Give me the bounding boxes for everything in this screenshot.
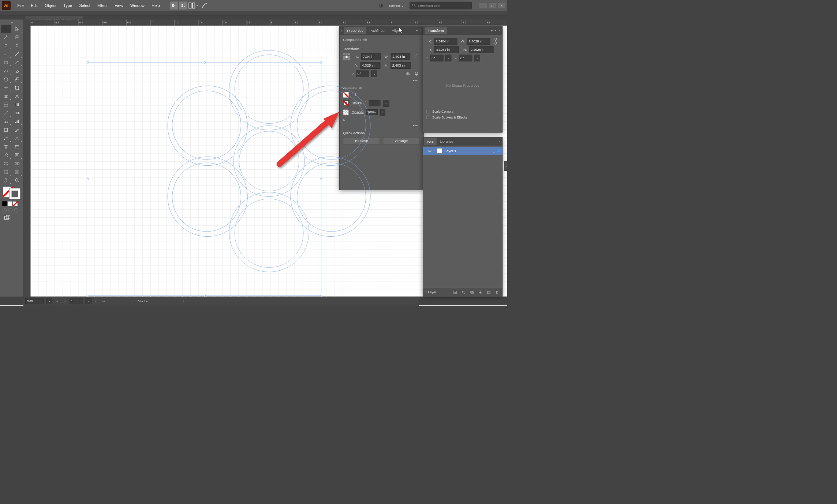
- flip-horizontal-icon[interactable]: [405, 71, 411, 77]
- direct-selection-tool[interactable]: [12, 25, 22, 33]
- visibility-icon[interactable]: [428, 149, 432, 153]
- transform-panel[interactable]: Transform ◂◂ ✕ ≡ X:7.3404 in W:2.4028 in…: [423, 26, 502, 133]
- sync-status-icon[interactable]: ◑: [379, 3, 383, 8]
- draw-normal-icon[interactable]: [3, 208, 7, 212]
- transform-y-input[interactable]: 4.3251 in: [434, 46, 459, 53]
- transform-shear-dropdown[interactable]: ⌄: [474, 55, 480, 61]
- transform-collapse-icon[interactable]: ◂◂: [490, 29, 493, 32]
- gradient-mode-icon[interactable]: [8, 201, 12, 206]
- none-mode-icon[interactable]: [13, 201, 18, 206]
- tab-pathfinder[interactable]: Pathfinder: [366, 27, 389, 34]
- maximize-button[interactable]: ▢: [489, 3, 496, 8]
- line-tool[interactable]: [12, 50, 22, 58]
- blend-tool[interactable]: [12, 109, 22, 117]
- transform-shear-input[interactable]: 0°: [459, 55, 472, 61]
- rectangle-tool[interactable]: [1, 59, 11, 67]
- artboard-tool[interactable]: [1, 126, 11, 134]
- menu-help[interactable]: Help: [149, 2, 163, 9]
- stroke-swatch[interactable]: [9, 188, 20, 199]
- perspective-grid-tool[interactable]: [12, 92, 22, 100]
- transform-w-input[interactable]: 2.4028 in: [467, 38, 490, 45]
- artboard-number-input[interactable]: 1: [70, 298, 83, 304]
- zoom-input[interactable]: 600%: [25, 298, 44, 304]
- horizontal-ruler[interactable]: 66.26.46.66.877.27.47.67.888.28.48.68.89…: [31, 19, 507, 26]
- tab-transform[interactable]: Transform: [425, 27, 447, 34]
- hand-tool[interactable]: [1, 176, 11, 184]
- mesh-tool[interactable]: [1, 101, 11, 109]
- magic-wand-tool[interactable]: [1, 33, 11, 41]
- graph-tool[interactable]: [12, 117, 22, 125]
- menu-effect[interactable]: Effect: [94, 2, 111, 9]
- selection-tool[interactable]: [1, 25, 11, 33]
- transform-menu-icon[interactable]: ≡: [499, 29, 501, 32]
- paintbrush-tool[interactable]: [12, 59, 22, 67]
- symbol-sprayer-tool[interactable]: [1, 117, 11, 125]
- export-layers-icon[interactable]: [452, 289, 458, 295]
- tab-libraries[interactable]: Libraries: [437, 138, 456, 145]
- zoom-tool[interactable]: [12, 176, 22, 184]
- tab-properties[interactable]: Properties: [344, 27, 366, 34]
- layers-panel[interactable]: yers Libraries ≡ › › Layer 1 ◯ 1 Layer: [423, 137, 502, 297]
- anchor-point-tool[interactable]: [12, 134, 22, 142]
- width-tool[interactable]: [1, 84, 11, 92]
- search-input[interactable]: Search Adobe Stock: [410, 2, 472, 10]
- layer-name[interactable]: Layer 1: [445, 149, 456, 153]
- menu-type[interactable]: Type: [60, 2, 75, 9]
- layers-menu-icon[interactable]: ≡: [499, 140, 501, 143]
- target-icon[interactable]: ◯: [493, 150, 495, 153]
- knife-tool[interactable]: [12, 143, 22, 151]
- zoom-dropdown[interactable]: ⌄: [46, 298, 52, 304]
- selected-art-icon[interactable]: [497, 149, 500, 152]
- draw-behind-icon[interactable]: [8, 208, 12, 212]
- menu-view[interactable]: View: [112, 2, 126, 9]
- right-panel-collapse-handle[interactable]: ◂: [504, 161, 507, 171]
- transform-rot-dropdown[interactable]: ⌄: [445, 55, 451, 61]
- expand-icon[interactable]: ›: [434, 150, 435, 152]
- gradient-tool[interactable]: [12, 101, 22, 109]
- status-flyout-icon[interactable]: ▸: [181, 298, 186, 304]
- print-tiling-tool[interactable]: [12, 168, 22, 176]
- place-image-tool[interactable]: [1, 168, 11, 176]
- menu-edit[interactable]: Edit: [28, 2, 41, 9]
- bridge-icon[interactable]: Br: [170, 1, 178, 10]
- shaper-tool[interactable]: [1, 67, 11, 75]
- artboard-dropdown[interactable]: ⌄: [85, 298, 91, 304]
- close-window-button[interactable]: ✕: [498, 3, 505, 8]
- panel-collapse-icon[interactable]: ◂◂: [416, 29, 418, 32]
- height-input[interactable]: 2.403 in: [391, 62, 411, 69]
- curvature-tool[interactable]: [12, 42, 22, 50]
- scale-corners-checkbox[interactable]: [426, 110, 430, 113]
- slice-tool[interactable]: [12, 126, 22, 134]
- gpu-icon[interactable]: [201, 2, 208, 9]
- transform-x-input[interactable]: 7.3404 in: [434, 38, 457, 45]
- polar-grid-tool[interactable]: [12, 159, 22, 168]
- menu-select[interactable]: Select: [76, 2, 93, 9]
- first-artboard-icon[interactable]: ⏮: [55, 298, 60, 304]
- workspace-switcher[interactable]: Essentials ⌄: [387, 2, 406, 9]
- layer-row[interactable]: › › Layer 1 ◯: [423, 147, 502, 155]
- prev-artboard-icon[interactable]: ◂: [62, 298, 68, 304]
- draw-inside-icon[interactable]: [14, 208, 18, 212]
- puppet-warp-tool[interactable]: [1, 143, 11, 151]
- curvature-pen-tool[interactable]: [1, 134, 11, 142]
- new-sublayer-icon[interactable]: [478, 289, 483, 295]
- scale-tool[interactable]: [12, 75, 22, 83]
- color-mode-icon[interactable]: [2, 201, 7, 206]
- fill-stroke-indicator[interactable]: ⤭: [3, 186, 20, 199]
- menu-window[interactable]: Window: [127, 2, 148, 9]
- panel-grip-icon[interactable]: ⋮⋮: [340, 29, 343, 32]
- width-input[interactable]: 2.403 in: [391, 53, 410, 60]
- arrange-docs-icon[interactable]: [188, 1, 196, 10]
- new-layer-icon[interactable]: [486, 289, 492, 295]
- lasso-tool[interactable]: [12, 33, 22, 41]
- minimize-button[interactable]: —: [479, 3, 487, 8]
- eraser-tool[interactable]: [12, 67, 22, 75]
- panel-close-icon[interactable]: ✕: [420, 29, 422, 32]
- chevron-right-icon[interactable]: ›: [425, 150, 425, 152]
- arrange-dropdown-icon[interactable]: ▾: [197, 4, 198, 7]
- type-tool[interactable]: T: [1, 50, 11, 58]
- vertical-ruler[interactable]: [23, 26, 30, 297]
- clipping-mask-icon[interactable]: [469, 289, 475, 295]
- live-paint-selection-tool[interactable]: [12, 151, 22, 159]
- scale-strokes-checkbox[interactable]: [426, 115, 430, 119]
